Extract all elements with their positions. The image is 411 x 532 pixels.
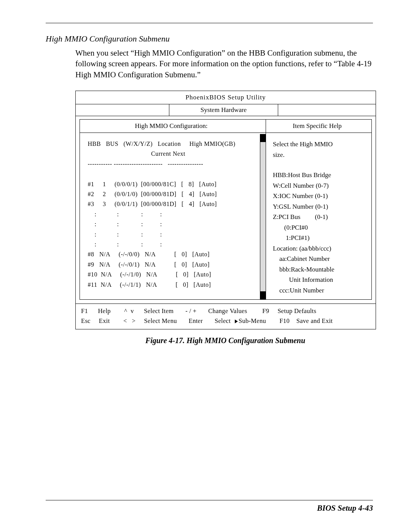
triangle-right-icon <box>235 320 238 323</box>
help-line: HBB:Host Bus Bridge <box>273 170 366 181</box>
left-panel-header: High MMIO Configuration: <box>80 120 266 133</box>
help-line: X:IOC Number (0-1) <box>273 191 366 201</box>
help-line: Unit Information <box>273 275 366 285</box>
help-line: Location: (aa/bbb/ccc) <box>273 243 366 254</box>
bios-titlebar: PhoenixBIOS Setup Utility <box>76 91 376 104</box>
bios-left-panel: High MMIO Configuration: HBB BUS (W/X/Y/… <box>80 120 266 299</box>
help-line: size. <box>273 150 366 160</box>
bottom-rule <box>46 500 373 500</box>
intro-paragraph: When you select “High MMIO Configuration… <box>75 48 373 80</box>
scrollbar-track[interactable] <box>260 134 266 299</box>
help-line: Select the High MMIO <box>273 139 366 150</box>
footer-line-1: F1 Help ^ v Select Item - / + Change Val… <box>81 306 370 316</box>
tab-system-hardware[interactable]: System Hardware <box>169 104 278 116</box>
bios-footer-keys: F1 Help ^ v Select Item - / + Change Val… <box>76 304 376 329</box>
section-title: High MMIO Configuration Submenu <box>46 34 373 44</box>
bios-help-panel: Item Specific Help Select the High MMIO … <box>266 120 371 299</box>
help-line: Z:PCI Bus (0-1) <box>273 212 366 222</box>
bios-screen: PhoenixBIOS Setup Utility System Hardwar… <box>75 91 376 329</box>
help-line: Y:GSL Number (0-1) <box>273 201 366 212</box>
scroll-arrow-down[interactable] <box>260 291 266 299</box>
help-line: bbb:Rack-Mountable <box>273 264 366 275</box>
bios-body: High MMIO Configuration: HBB BUS (W/X/Y/… <box>80 119 372 300</box>
help-line: ccc:Unit Number <box>273 285 366 296</box>
bios-tabrow: System Hardware <box>76 104 376 116</box>
figure-caption: Figure 4-17. High MMIO Configuration Sub… <box>75 336 375 345</box>
top-rule <box>46 23 373 23</box>
help-line: 1:PCI#1) <box>273 233 366 243</box>
config-table[interactable]: HBB BUS (W/X/Y/Z) Location High MMIO(GB)… <box>80 133 266 299</box>
tab-blank-left <box>76 104 169 116</box>
footer-line-2: Esc Exit < > Select Menu Enter Select Su… <box>81 316 370 326</box>
help-line: aa:Cabinet Number <box>273 254 366 264</box>
help-content: Select the High MMIO size. HBB:Host Bus … <box>266 133 371 299</box>
help-panel-header: Item Specific Help <box>266 120 371 133</box>
help-line: (0:PCI#0 <box>273 222 366 233</box>
page-footer: BIOS Setup 4-43 <box>46 503 373 513</box>
scroll-arrow-up[interactable] <box>260 134 266 142</box>
tab-blank-right <box>278 104 376 116</box>
help-line: W:Cell Number (0-7) <box>273 181 366 191</box>
